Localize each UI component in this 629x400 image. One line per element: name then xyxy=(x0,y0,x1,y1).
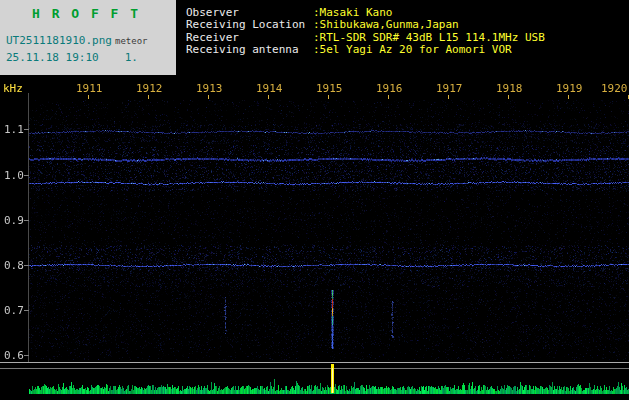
header-left-panel: H R O F F T UT2511181910.pngmeteor 25.11… xyxy=(0,0,176,75)
info-row-antenna: Receiving antenna:5el Yagi Az 20 for Aom… xyxy=(186,44,629,56)
observer-info-panel: Observer:Masaki Kano Receiving Location:… xyxy=(176,0,629,75)
datetime: 25.11.18 19:10 xyxy=(6,51,99,64)
hrofft-output-window: H R O F F T UT2511181910.pngmeteor 25.11… xyxy=(0,0,629,400)
info-label: Receiving antenna xyxy=(186,44,313,56)
output-filename: UT2511181910.png xyxy=(6,34,112,47)
header: H R O F F T UT2511181910.pngmeteor 25.11… xyxy=(0,0,629,75)
info-value: :RTL-SDR SDR# 43dB L15 114.1MHz USB xyxy=(313,31,545,44)
info-label: Receiving Location xyxy=(186,19,313,31)
info-value: :5el Yagi Az 20 for Aomori VOR xyxy=(313,43,512,56)
date-line: 25.11.18 19:101. xyxy=(6,51,174,64)
info-value: :Masaki Kano xyxy=(313,6,392,19)
info-value: :Shibukawa,Gunma,Japan xyxy=(313,18,459,31)
sequence-number: 1. xyxy=(125,51,138,64)
file-line: UT2511181910.pngmeteor xyxy=(6,29,174,48)
spectrogram-panel xyxy=(0,75,629,400)
spectrogram-canvas xyxy=(0,75,629,400)
station-name: meteor xyxy=(115,36,148,46)
app-title: H R O F F T xyxy=(32,6,174,21)
